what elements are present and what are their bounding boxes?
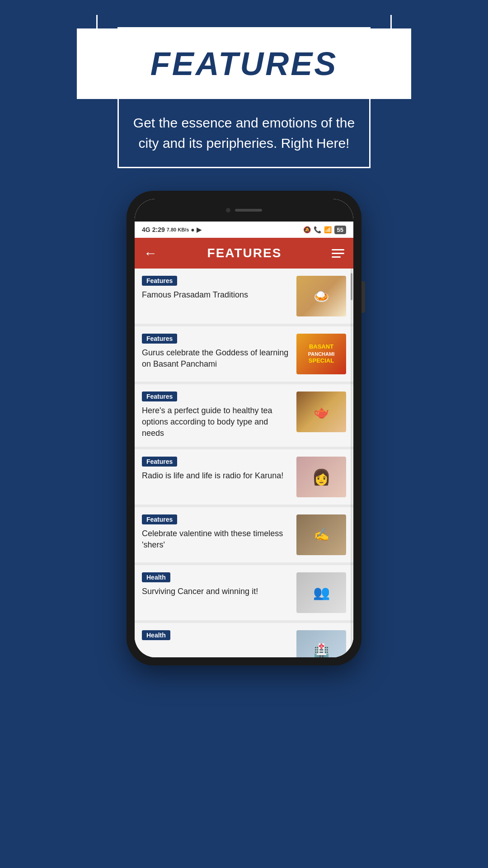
phone-notch-area: [135, 199, 353, 222]
news-thumbnail: [296, 630, 346, 657]
news-content: Features Famous Prasadam Traditions: [142, 276, 291, 301]
list-item[interactable]: Features Gurus celebrate the Goddess of …: [135, 326, 353, 382]
news-content: Health: [142, 630, 291, 644]
news-content: Features Radio is life and life is radio…: [142, 457, 291, 481]
news-thumbnail: [296, 514, 346, 555]
news-title: Famous Prasadam Traditions: [142, 289, 291, 301]
list-item[interactable]: Features Here's a perfect guide to healt…: [135, 384, 353, 447]
category-badge: Health: [142, 572, 170, 582]
news-thumbnail: [296, 392, 346, 432]
news-thumbnail: [296, 276, 346, 316]
news-content: Health Surviving Cancer and winning it!: [142, 572, 291, 597]
news-content: Features Here's a perfect guide to healt…: [142, 392, 291, 439]
phone-wrapper: 4G 2:29 7.80 KB/s ● ▶ 🔕 📞 📶 55 ← FEATURE…: [0, 191, 488, 665]
appbar-title: FEATURES: [157, 246, 332, 260]
title-box: FEATURES: [77, 28, 412, 99]
category-badge: Features: [142, 334, 177, 344]
category-badge: Features: [142, 392, 177, 401]
news-title: Gurus celebrate the Goddess of learning …: [142, 347, 291, 370]
subtitle-text: Get the essence and emotions of the city…: [119, 99, 369, 153]
basant-label: BASANT PANCHAMI SPECIAL: [308, 343, 334, 365]
news-title: Here's a perfect guide to healthy tea op…: [142, 405, 291, 439]
menu-line-3: [332, 256, 341, 258]
camera-dot: [226, 208, 230, 212]
signal-text: 4G: [142, 226, 150, 233]
news-thumbnail: [296, 457, 346, 497]
page-title: FEATURES: [114, 38, 374, 90]
indicator-dots: ● ▶: [191, 226, 201, 233]
news-thumbnail: BASANT PANCHAMI SPECIAL: [296, 334, 346, 374]
phone-device: 4G 2:29 7.80 KB/s ● ▶ 🔕 📞 📶 55 ← FEATURE…: [127, 191, 361, 665]
back-button[interactable]: ←: [144, 245, 157, 261]
app-bar: ← FEATURES: [135, 238, 353, 269]
status-left: 4G 2:29 7.80 KB/s ● ▶: [142, 226, 202, 233]
list-item[interactable]: Health: [135, 623, 353, 657]
news-content: Features Gurus celebrate the Goddess of …: [142, 334, 291, 370]
list-item[interactable]: Health Surviving Cancer and winning it!: [135, 565, 353, 620]
call-icon: 📞: [314, 226, 321, 233]
list-item[interactable]: Features Famous Prasadam Traditions: [135, 269, 353, 324]
status-right: 🔕 📞 📶 55: [303, 226, 346, 234]
menu-line-1: [332, 249, 344, 250]
category-badge: Features: [142, 514, 177, 524]
phone-screen: 4G 2:29 7.80 KB/s ● ▶ 🔕 📞 📶 55 ← FEATURE…: [135, 199, 353, 657]
notification-icon: 🔕: [303, 226, 311, 233]
category-badge: Health: [142, 630, 170, 640]
status-bar: 4G 2:29 7.80 KB/s ● ▶ 🔕 📞 📶 55: [135, 222, 353, 238]
category-badge: Features: [142, 457, 177, 467]
speaker-bar: [235, 209, 262, 212]
news-thumbnail: [296, 572, 346, 613]
notch: [217, 206, 271, 214]
news-title: Celebrate valentine with these timeless …: [142, 528, 291, 551]
news-list: Features Famous Prasadam Traditions Feat…: [135, 269, 353, 657]
battery-level: 55: [334, 226, 346, 234]
news-content: Features Celebrate valentine with these …: [142, 514, 291, 551]
news-title: Surviving Cancer and winning it!: [142, 586, 291, 597]
menu-button[interactable]: [332, 249, 344, 258]
category-badge: Features: [142, 276, 177, 286]
scrollbar-thumb: [351, 273, 352, 300]
header-section: FEATURES Get the essence and emotions of…: [0, 0, 488, 168]
menu-line-2: [332, 253, 344, 254]
list-item[interactable]: Features Celebrate valentine with these …: [135, 507, 353, 562]
time-text: 2:29: [152, 226, 165, 233]
list-item[interactable]: Features Radio is life and life is radio…: [135, 449, 353, 505]
scrollbar[interactable]: [351, 269, 352, 657]
wifi-icon: 📶: [324, 226, 332, 233]
speed-text: 7.80 KB/s: [167, 227, 189, 232]
news-title: Radio is life and life is radio for Karu…: [142, 470, 291, 481]
title-outer-border: FEATURES Get the essence and emotions of…: [117, 27, 371, 168]
